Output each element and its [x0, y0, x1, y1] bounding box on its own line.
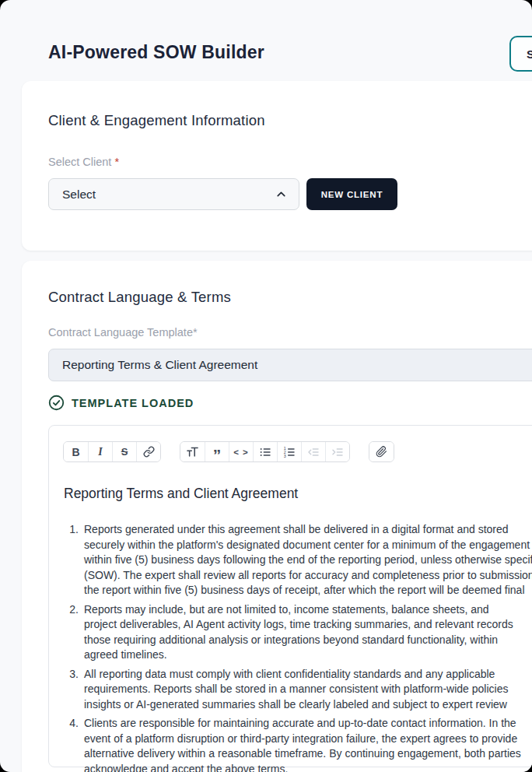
- template-status: TEMPLATE LOADED: [48, 395, 521, 411]
- paperclip-icon: [376, 446, 387, 458]
- ordered-list-button[interactable]: 123: [277, 442, 301, 461]
- list-item-line: agreed timelines.: [84, 647, 513, 663]
- chevron-up-icon: [275, 188, 288, 201]
- text-size-button[interactable]: [180, 442, 205, 461]
- contract-card-heading: Contract Language & Terms: [48, 289, 521, 306]
- list-item-line: project deliverables, AI Agent activity …: [84, 617, 513, 633]
- list-item-line: the report within five (5) business days…: [84, 583, 532, 598]
- list-item: 4. Clients are responsible for maintaini…: [63, 716, 532, 772]
- italic-button[interactable]: I: [88, 442, 112, 461]
- list-item-number: 4.: [63, 716, 79, 772]
- indent-icon: [331, 446, 344, 458]
- outdent-icon: [307, 446, 320, 458]
- list-item-line: acknowledge and accept the above terms.: [84, 762, 521, 772]
- indent-button[interactable]: [325, 442, 349, 461]
- template-status-text: TEMPLATE LOADED: [72, 397, 194, 409]
- code-button[interactable]: < >: [229, 442, 253, 461]
- template-select-value: Reporting Terms & Client Agreement: [62, 358, 257, 372]
- list-item-line: Reports generated under this agreement s…: [84, 522, 532, 538]
- list-item: 1. Reports generated under this agreemen…: [63, 522, 532, 598]
- client-card-heading: Client & Engagement Information: [48, 112, 521, 129]
- client-select-dropdown[interactable]: Select: [48, 178, 299, 210]
- list-item-line: All reporting data must comply with clie…: [84, 667, 508, 683]
- page-title: AI-Powered SOW Builder: [48, 42, 264, 63]
- select-client-label: Select Client *: [48, 156, 521, 168]
- editor-content[interactable]: Reporting Terms and Client Agreement 1. …: [63, 486, 532, 772]
- toolbar-format-group: B I S: [63, 441, 161, 462]
- list-item-line: within five (5) business days following …: [84, 553, 532, 568]
- list-item-line: requirements. Reports shall be stored in…: [84, 682, 508, 697]
- client-engagement-card: Client & Engagement Information Select C…: [22, 81, 532, 251]
- bullet-list-button[interactable]: [253, 442, 277, 461]
- list-item-number: 3.: [63, 667, 79, 713]
- toolbar-attach-group: [369, 441, 394, 462]
- document-title: Reporting Terms and Client Agreement: [64, 486, 532, 502]
- template-label: Contract Language Template*: [48, 326, 521, 339]
- template-select-dropdown[interactable]: Reporting Terms & Client Agreement: [48, 349, 532, 381]
- client-select-row: Select NEW CLIENT: [48, 178, 521, 210]
- list-item-line: Reports may include, but are not limited…: [84, 602, 513, 618]
- text-size-icon: [186, 445, 199, 458]
- new-client-button[interactable]: NEW CLIENT: [306, 178, 397, 210]
- list-item: 2. Reports may include, but are not limi…: [63, 602, 532, 663]
- blockquote-button[interactable]: ”: [205, 442, 229, 461]
- editor-toolbar: B I S ” < >: [63, 441, 532, 462]
- list-item-line: insights or AI-generated summaries shall…: [84, 697, 508, 713]
- link-button[interactable]: [136, 442, 160, 461]
- list-item-number: 1.: [63, 522, 79, 598]
- attachment-button[interactable]: [369, 442, 394, 461]
- bold-button[interactable]: B: [64, 442, 88, 461]
- outdent-button[interactable]: [301, 442, 325, 461]
- page-header: AI-Powered SOW Builder S: [0, 0, 532, 81]
- list-item-line: Clients are responsible for maintaining …: [84, 716, 521, 732]
- list-item: 3. All reporting data must comply with c…: [63, 667, 532, 713]
- list-item-number: 2.: [63, 602, 79, 663]
- contract-language-card: Contract Language & Terms Contract Langu…: [22, 261, 532, 772]
- client-select-value: Select: [62, 188, 96, 202]
- required-asterisk: *: [114, 156, 119, 168]
- list-item-line: securely within the platform's designate…: [84, 538, 532, 553]
- link-icon: [143, 446, 155, 458]
- save-button[interactable]: S: [509, 36, 532, 72]
- bullet-list-icon: [259, 446, 271, 458]
- list-item-line: event of a platform disruption or third-…: [84, 732, 521, 747]
- sow-builder-page: AI-Powered SOW Builder S Client & Engage…: [0, 0, 532, 772]
- document-numbered-list: 1. Reports generated under this agreemen…: [63, 522, 532, 772]
- toolbar-block-group: ” < > 123: [180, 441, 350, 462]
- list-item-line: (SOW). The expert shall review all repor…: [84, 568, 532, 584]
- contract-editor: B I S ” < >: [48, 425, 532, 767]
- check-circle-icon: [48, 395, 65, 411]
- strikethrough-button[interactable]: S: [112, 442, 136, 461]
- list-item-line: alternative delivery within a reasonable…: [84, 746, 521, 762]
- svg-text:3: 3: [284, 453, 286, 458]
- list-item-line: those requiring additional analysis or i…: [84, 633, 513, 648]
- ordered-list-icon: 123: [283, 446, 296, 458]
